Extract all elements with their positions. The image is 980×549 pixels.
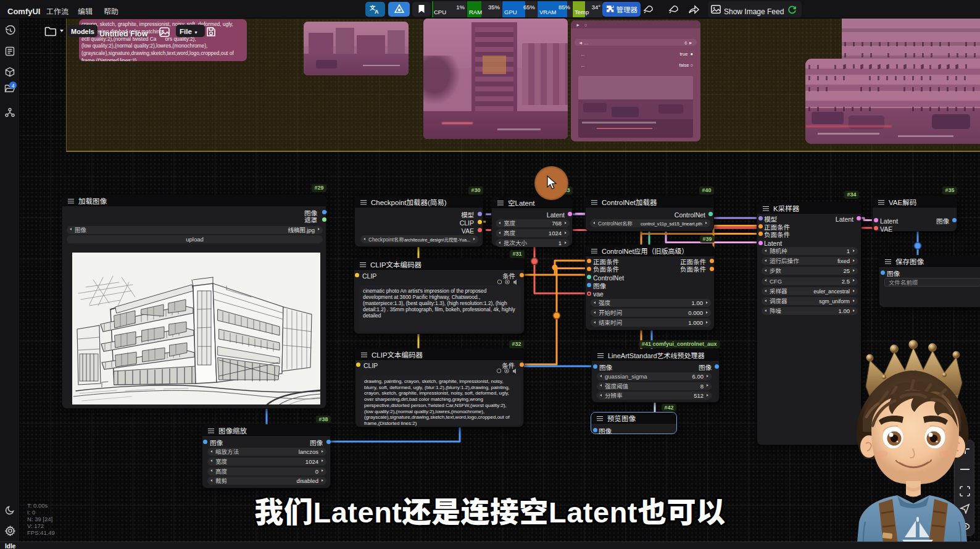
svg-text:A: A — [375, 9, 379, 14]
